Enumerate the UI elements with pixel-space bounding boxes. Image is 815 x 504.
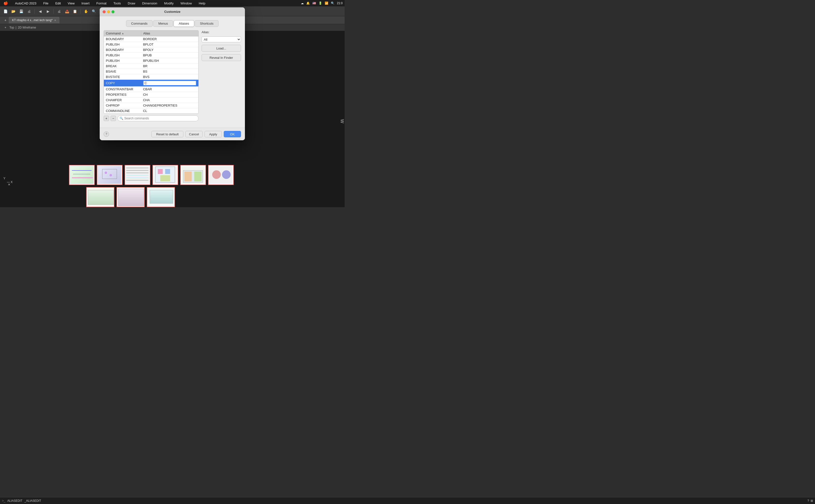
table-row[interactable]: BVSTATEBVS [104,74,198,80]
alias-select-row: All [202,36,241,42]
dialog-tabs: Commands Menus Aliases Shortcuts [104,20,241,27]
alias-cell: BS [141,69,198,74]
help-button[interactable]: ? [104,131,109,137]
table-row[interactable]: BOUNDARYBPOLY [104,47,198,53]
cmd-cell: PURGE [104,114,141,114]
alias-cell: BPOLY [141,47,198,53]
cancel-button[interactable]: Cancel [185,131,203,137]
close-button[interactable] [103,10,106,13]
cmd-cell: PROPERTIES [104,92,141,97]
cmd-cell: BREAK [104,63,141,69]
alias-cell: CHA [141,97,198,103]
col-command-header[interactable]: Command ▲ [104,31,141,36]
maximize-button[interactable] [112,10,114,13]
dialog-main-content: Command ▲ Alias [104,30,241,124]
table-row[interactable]: PUBLISHBPUBLISH [104,58,198,63]
apply-button[interactable]: Apply [205,131,222,137]
load-button[interactable]: Load... [202,45,241,52]
alias-cell: CL [141,108,198,114]
table-row[interactable]: COPY [104,80,198,87]
reset-to-default-button[interactable]: Reset to default [151,131,183,137]
cmd-cell: CHPROP [104,103,141,108]
table-row[interactable]: COMMANDLINECL [104,108,198,114]
table-row[interactable]: BREAKBR [104,63,198,69]
alias-cell: BORDER [141,36,198,42]
table-area: Command ▲ Alias [104,30,199,124]
sort-arrow-command: ▲ [122,32,124,35]
cmd-cell: PUBLISH [104,42,141,47]
cmd-cell: COMMANDLINE [104,108,141,114]
table-header: Command ▲ Alias [104,31,198,36]
dialog-body: Commands Menus Aliases Shortcuts [100,16,245,128]
traffic-lights [103,10,114,13]
reveal-in-finder-button[interactable]: Reveal In Finder [202,54,241,61]
table-footer: + − 🔍 [104,115,199,121]
alias-cell: BR [141,63,198,69]
minimize-button[interactable] [107,10,110,13]
alias-edit-input[interactable] [143,80,196,86]
cmd-cell: BVSTATE [104,74,141,80]
table-row[interactable]: PUBLISHBPLOT [104,42,198,47]
alias-cell: BPUBLISH [141,58,198,63]
alias-cell: BVS [141,74,198,80]
table-row[interactable]: CHPROPCHANGEPROPERTIES [104,103,198,108]
alias-cell[interactable] [141,80,198,87]
alias-label: Alias: [202,30,241,34]
dialog-titlebar: Customize [100,7,245,16]
table-row[interactable]: CONSTRAINTBARCBAR [104,87,198,92]
alias-cell: BPLOT [141,42,198,47]
cmd-cell: PUBLISH [104,58,141,63]
cmd-cell: BOUNDARY [104,36,141,42]
remove-row-button[interactable]: − [111,116,116,121]
cmd-cell: BSAVE [104,69,141,74]
table-body: BOUNDARYBORDERPUBLISHBPLOTBOUNDARYBPOLYP… [104,36,198,114]
commands-table-scroll[interactable]: Command ▲ Alias [104,30,199,114]
right-panel: Alias: All Load... Reveal In Finder [202,30,241,124]
tab-shortcuts[interactable]: Shortcuts [195,20,219,27]
alias-cell: CBAR [141,87,198,92]
cmd-cell: COPY [104,80,141,87]
tab-menus[interactable]: Menus [153,20,173,27]
table-row[interactable]: BOUNDARYBORDER [104,36,198,42]
search-input[interactable] [124,117,196,120]
table-row[interactable]: PUBLISHBPUB [104,53,198,58]
ok-button[interactable]: OK [224,131,241,137]
alias-cell: CHANGEPROPERTIES [141,103,198,108]
dialog-footer: ? Reset to default Cancel Apply OK [100,128,245,140]
col-alias-header[interactable]: Alias [141,31,198,36]
customize-dialog: Customize Commands Menus Aliases Shortcu… [100,7,245,140]
add-row-button[interactable]: + [104,116,109,121]
cmd-cell: CONSTRAINTBAR [104,87,141,92]
cmd-cell: BOUNDARY [104,47,141,53]
alias-cell: BPUB [141,53,198,58]
tab-aliases[interactable]: Aliases [174,20,194,27]
search-box: 🔍 [117,115,199,121]
table-row[interactable]: PURGECLEANDRAWING [104,114,198,114]
alias-cell: CLEANDRAWING [141,114,198,114]
table-row[interactable]: BSAVEBS [104,69,198,74]
commands-table: Command ▲ Alias [104,31,198,114]
dialog-overlay: Customize Commands Menus Aliases Shortcu… [0,0,345,214]
table-row[interactable]: CHAMFERCHA [104,97,198,103]
alias-cell: CH [141,92,198,97]
cmd-cell: PUBLISH [104,53,141,58]
alias-dropdown[interactable]: All [202,36,241,42]
cmd-cell: CHAMFER [104,97,141,103]
table-row[interactable]: PROPERTIESCH [104,92,198,97]
tab-commands[interactable]: Commands [126,20,153,27]
search-icon: 🔍 [120,117,123,120]
dialog-title: Customize [164,10,180,14]
